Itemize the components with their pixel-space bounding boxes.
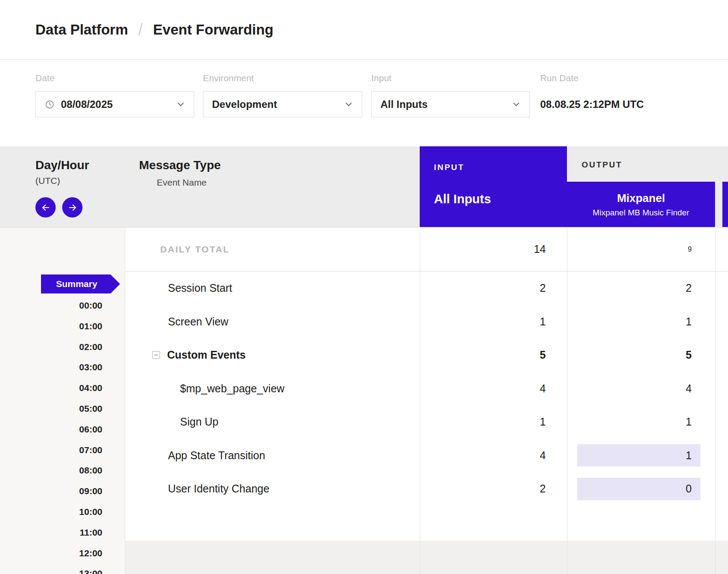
empty-cell <box>715 372 728 406</box>
output-connector-name: Mixpanel <box>617 192 665 205</box>
table-row: Screen View 1 1 <box>125 305 728 339</box>
summary-badge[interactable]: Summary <box>41 274 120 293</box>
breadcrumb-section[interactable]: Data Platform <box>35 22 128 38</box>
row-input-value: 4 <box>540 449 546 462</box>
event-name-subtitle: Event Name <box>157 177 420 188</box>
empty-cell <box>715 472 728 506</box>
row-name-cell: Custom Events <box>125 338 420 372</box>
row-name-cell: User Identity Change <box>125 472 420 506</box>
row-output-cell: 1 <box>567 439 715 473</box>
empty-cell <box>715 305 728 339</box>
clock-icon <box>44 99 55 110</box>
row-output-cell: 1 <box>567 405 715 439</box>
input-filter-value: All Inputs <box>380 98 506 110</box>
row-input-value: 1 <box>540 416 546 428</box>
daily-total-input-value: 14 <box>534 243 546 255</box>
hour-row-label[interactable]: 10:00 <box>0 501 125 522</box>
date-filter-group: Date 08/08/2025 <box>35 73 194 146</box>
message-type-header: Message Type Event Name <box>125 146 420 227</box>
row-name-cell: $mp_web_page_view <box>125 372 420 406</box>
output-column-header-mixpanel[interactable]: Mixpanel Mixpanel MB Music Finder <box>567 182 715 227</box>
chevron-down-icon <box>176 100 185 109</box>
hours-list: 00:00 01:00 02:00 03:00 04:00 05:00 06:0… <box>0 295 125 574</box>
input-column-title: All Inputs <box>434 192 567 206</box>
row-output-cell: 4 <box>567 372 715 406</box>
day-hour-title: Day/Hour <box>35 158 125 172</box>
column-divider <box>567 227 567 574</box>
next-day-button[interactable] <box>62 197 82 218</box>
minus-square-icon[interactable] <box>152 351 160 359</box>
page-title: Event Forwarding <box>153 22 274 38</box>
table-footer-area <box>125 541 728 574</box>
row-output-value: 5 <box>686 349 692 361</box>
row-input-cell: 2 <box>420 472 567 506</box>
row-output-cell: 2 <box>567 271 715 305</box>
date-filter-select[interactable]: 08/08/2025 <box>35 91 194 117</box>
input-column-header[interactable]: INPUT All Inputs <box>420 146 567 227</box>
row-name: Custom Events <box>167 349 246 361</box>
row-output-value: 2 <box>686 282 692 294</box>
row-input-cell: 4 <box>420 372 567 406</box>
row-input-value: 5 <box>540 349 546 361</box>
input-filter-label: Input <box>371 73 530 83</box>
column-divider <box>715 227 715 574</box>
hour-row-label[interactable]: 11:00 <box>0 522 125 543</box>
table-row: $mp_web_page_view 4 4 <box>125 372 728 406</box>
row-name: $mp_web_page_view <box>180 382 285 395</box>
hours-column: Summary 00:00 01:00 02:00 03:00 04:00 05… <box>0 227 125 574</box>
environment-filter-group: Environment Development <box>203 73 362 146</box>
breadcrumb-separator: / <box>139 21 143 39</box>
row-name-cell: Screen View <box>125 305 420 339</box>
empty-cell <box>715 338 728 372</box>
output-connection-name: Mixpanel MB Music Finder <box>593 208 690 218</box>
date-filter-value: 08/08/2025 <box>61 98 171 110</box>
day-hour-subtitle: (UTC) <box>35 176 125 186</box>
prev-day-button[interactable] <box>35 197 56 218</box>
hour-row-label[interactable]: 08:00 <box>0 460 125 481</box>
day-hour-header: Day/Hour (UTC) <box>0 146 125 227</box>
column-divider <box>420 227 420 574</box>
table-rows: Session Start 2 2 Screen View 1 1 <box>125 271 728 506</box>
chevron-down-icon <box>344 100 353 109</box>
row-name: User Identity Change <box>168 483 269 495</box>
row-output-value: 4 <box>686 382 692 395</box>
row-input-cell: 5 <box>420 338 567 372</box>
row-output-cell: 1 <box>567 305 715 339</box>
table-row: Sign Up 1 1 <box>125 405 728 439</box>
hour-row-label[interactable]: 05:00 <box>0 398 125 419</box>
output-kicker: OUTPUT <box>582 160 715 170</box>
hour-row-label[interactable]: 03:00 <box>0 357 125 378</box>
output-column-header-partial[interactable] <box>722 182 728 227</box>
row-name-cell: Sign Up <box>125 405 420 439</box>
row-name: Screen View <box>168 315 228 328</box>
row-input-value: 4 <box>540 382 546 395</box>
breadcrumb: Data Platform / Event Forwarding <box>0 0 728 60</box>
row-output-value: 1 <box>686 416 692 428</box>
row-output-value: 0 <box>686 483 692 495</box>
row-output-value: 1 <box>686 449 692 462</box>
table-header: Day/Hour (UTC) Message Type Event Name I… <box>0 146 728 227</box>
hour-row-label[interactable]: 00:00 <box>0 295 125 316</box>
environment-filter-label: Environment <box>203 73 362 83</box>
row-name: Sign Up <box>180 416 218 428</box>
hour-row-label[interactable]: 09:00 <box>0 481 125 501</box>
input-filter-select[interactable]: All Inputs <box>371 91 530 117</box>
hour-row-label[interactable]: 01:00 <box>0 316 125 337</box>
hour-row-label[interactable]: 12:00 <box>0 543 125 564</box>
hour-row-label[interactable]: 04:00 <box>0 378 125 398</box>
date-filter-label: Date <box>35 73 194 83</box>
table-row: User Identity Change 2 0 <box>125 472 728 506</box>
hour-row-label[interactable]: 07:00 <box>0 440 125 460</box>
rows-area: DAILY TOTAL 14 9 Session Start 2 2 <box>125 227 728 574</box>
rows-bottom-padding <box>125 506 728 541</box>
hour-row-label[interactable]: 13:00 <box>0 563 125 574</box>
row-output-value: 1 <box>686 315 692 328</box>
hour-row-label[interactable]: 06:00 <box>0 419 125 440</box>
table-row: App State Transition 4 1 <box>125 439 728 473</box>
empty-cell <box>715 439 728 473</box>
run-date-group: Run Date 08.08.25 2:12PM UTC <box>540 73 644 146</box>
hour-row-label[interactable]: 02:00 <box>0 337 125 357</box>
environment-filter-value: Development <box>212 98 339 110</box>
row-input-cell: 4 <box>420 439 567 473</box>
environment-filter-select[interactable]: Development <box>203 91 362 117</box>
